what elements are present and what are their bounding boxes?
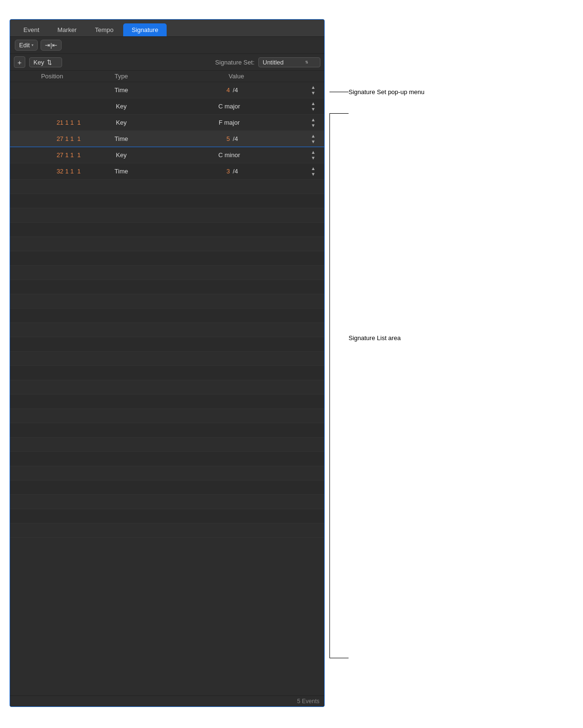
empty-row: [10, 495, 324, 509]
table-row[interactable]: 27 1 1 1 Key C minor ▲ ▼: [10, 147, 324, 163]
empty-row: [10, 294, 324, 309]
empty-row: [10, 466, 324, 481]
row-stepper[interactable]: ▲ ▼: [306, 150, 320, 161]
value-number: 4: [221, 86, 230, 94]
value-number: 3: [221, 168, 230, 175]
empty-row: [10, 380, 324, 395]
status-bar: 5 Events: [10, 696, 324, 707]
stepper-up-icon: ▲: [311, 166, 316, 171]
row-stepper[interactable]: ▲ ▼: [306, 101, 320, 112]
empty-row: [10, 323, 324, 337]
tab-signature[interactable]: Signature: [123, 23, 167, 36]
stepper-down-icon: ▼: [311, 90, 316, 96]
plus-icon: +: [18, 58, 22, 66]
empty-row: [10, 438, 324, 452]
value-cell: F major: [152, 119, 306, 126]
tab-bar: Event Marker Tempo Signature: [10, 20, 324, 37]
merge-button[interactable]: ⇥|⇤: [41, 40, 61, 51]
tab-marker[interactable]: Marker: [49, 23, 85, 36]
row-stepper[interactable]: ▲ ▼: [306, 117, 320, 128]
value-cell: 5 /4: [152, 135, 306, 142]
edit-label: Edit: [19, 42, 30, 49]
col-header-type: Type: [90, 73, 152, 80]
stepper-up-icon: ▲: [311, 133, 316, 139]
stepper-up-icon: ▲: [311, 150, 316, 155]
sig-list-annotation: Signature List area: [349, 334, 401, 342]
empty-row: [10, 309, 324, 323]
main-panel: Event Marker Tempo Signature Edit ▾ ⇥|⇤ …: [10, 19, 325, 707]
empty-row: [10, 524, 324, 538]
value-sep: /4: [233, 168, 238, 175]
empty-row: [10, 366, 324, 380]
row-stepper[interactable]: ▲ ▼: [306, 133, 320, 144]
sig-set-popup-annotation: Signature Set pop-up menu: [349, 88, 424, 96]
sig-set-row: + Key ⇅ Signature Set: Untitled ⇅: [10, 54, 324, 71]
popup-chevron-icon: ⇅: [305, 60, 308, 64]
table-row[interactable]: Key C major ▲ ▼: [10, 98, 324, 115]
signature-set-label: Signature Set:: [215, 59, 254, 66]
table-row[interactable]: 27 1 1 1 Time 5 /4 ▲ ▼: [10, 131, 324, 147]
empty-row: [10, 352, 324, 366]
value-cell: 3 /4: [152, 168, 306, 175]
value-text: C minor: [218, 151, 240, 159]
stepper-down-icon: ▼: [311, 107, 316, 112]
value-text: F major: [219, 119, 240, 126]
tab-tempo[interactable]: Tempo: [86, 23, 122, 36]
table-row[interactable]: Time 4 /4 ▲ ▼: [10, 82, 324, 98]
empty-row: [10, 237, 324, 251]
row-stepper[interactable]: ▲ ▼: [306, 166, 320, 177]
tab-event[interactable]: Event: [15, 23, 48, 36]
signature-set-value: Untitled: [263, 59, 284, 66]
type-cell: Key: [90, 151, 152, 159]
stepper-down-icon: ▼: [311, 139, 316, 144]
stepper-down-icon: ▼: [311, 171, 316, 177]
events-count: 5 Events: [297, 698, 319, 705]
empty-row: [10, 194, 324, 208]
stepper-up-icon: ▲: [311, 101, 316, 106]
empty-row: [10, 452, 324, 466]
stepper-up-icon: ▲: [311, 117, 316, 122]
type-cell: Key: [90, 103, 152, 110]
position-cell: 32 1 1 1: [14, 168, 90, 175]
col-header-value: Value: [152, 73, 320, 80]
type-cell: Time: [90, 86, 152, 94]
type-cell: Key: [90, 119, 152, 126]
value-cell: C minor: [152, 151, 306, 159]
key-selector[interactable]: Key ⇅: [29, 57, 62, 67]
key-label: Key: [33, 59, 44, 66]
edit-button[interactable]: Edit ▾: [15, 40, 38, 51]
empty-row: [10, 280, 324, 294]
value-sep: /4: [233, 86, 238, 94]
empty-row: [10, 481, 324, 495]
empty-row: [10, 395, 324, 409]
position-cell: 27 1 1 1: [14, 151, 90, 159]
value-text: C major: [218, 103, 240, 110]
stepper-down-icon: ▼: [311, 123, 316, 128]
empty-row: [10, 208, 324, 223]
value-cell: C major: [152, 103, 306, 110]
empty-row: [10, 251, 324, 266]
row-stepper[interactable]: ▲ ▼: [306, 85, 320, 96]
value-cell: 4 /4: [152, 86, 306, 94]
position-cell: 27 1 1 1: [14, 135, 90, 142]
value-number: 5: [221, 135, 230, 142]
type-cell: Time: [90, 135, 152, 142]
signature-set-popup[interactable]: Untitled ⇅: [258, 57, 320, 67]
add-signature-button[interactable]: +: [14, 56, 25, 68]
chevron-updown-icon: ⇅: [47, 59, 52, 66]
empty-row: [10, 223, 324, 237]
type-cell: Time: [90, 168, 152, 175]
stepper-down-icon: ▼: [311, 155, 316, 161]
table-row[interactable]: 32 1 1 1 Time 3 /4 ▲ ▼: [10, 163, 324, 180]
stepper-up-icon: ▲: [311, 85, 316, 90]
empty-row: [10, 266, 324, 280]
table-row[interactable]: 21 1 1 1 Key F major ▲ ▼: [10, 115, 324, 131]
col-header-position: Position: [14, 73, 90, 80]
signature-list[interactable]: Time 4 /4 ▲ ▼ Key C major ▲: [10, 82, 324, 696]
value-sep: /4: [233, 135, 238, 142]
chevron-down-icon: ▾: [32, 43, 33, 47]
merge-icon: ⇥|⇤: [45, 42, 57, 49]
empty-row: [10, 337, 324, 352]
empty-row: [10, 180, 324, 194]
toolbar: Edit ▾ ⇥|⇤: [10, 37, 324, 54]
